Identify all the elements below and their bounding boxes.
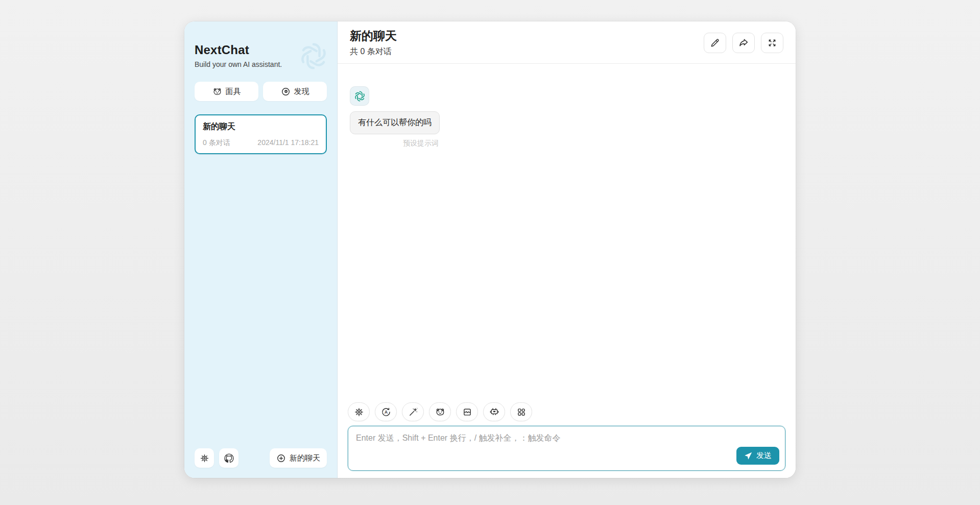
chat-list-item[interactable]: 新的聊天 0 条对话 2024/11/1 17:18:21 <box>195 114 327 154</box>
send-icon <box>744 451 753 460</box>
send-button-label: 发送 <box>756 451 772 461</box>
assistant-avatar <box>350 86 369 106</box>
app-subtitle: Build your own AI assistant. <box>195 60 327 68</box>
grid-icon <box>516 407 527 417</box>
pencil-icon <box>710 38 720 48</box>
github-button[interactable] <box>219 448 238 468</box>
mask-icon <box>212 87 222 97</box>
chat-input-box: 发送 <box>348 426 785 471</box>
composer: 发送 <box>338 399 796 478</box>
discover-button[interactable]: 发现 <box>263 82 327 101</box>
prompt-shortcut-button[interactable] <box>402 402 424 421</box>
chat-settings-button[interactable] <box>348 402 370 421</box>
chat-body: 有什么可以帮你的吗 预设提示词 <box>338 64 796 399</box>
discover-icon <box>281 87 291 97</box>
chat-subtitle: 共 0 条对话 <box>350 46 397 57</box>
sidebar-header: NextChat Build your own AI assistant. <box>195 43 327 68</box>
share-icon <box>738 38 749 48</box>
theme-toggle-button[interactable] <box>375 402 397 421</box>
chat-header-info: 新的聊天 共 0 条对话 <box>350 28 397 57</box>
mask-icon <box>435 407 445 417</box>
new-chat-button-label: 新的聊天 <box>290 453 320 463</box>
maximize-icon <box>767 38 777 48</box>
masks-toolbar-button[interactable] <box>429 402 451 421</box>
chat-item-count: 0 条对话 <box>203 138 230 148</box>
new-chat-button[interactable]: 新的聊天 <box>270 448 327 468</box>
assistant-message-group: 有什么可以帮你的吗 预设提示词 <box>350 86 783 148</box>
desktop-background: NextChat Build your own AI assistant. 面具… <box>0 0 980 505</box>
nextchat-window: NextChat Build your own AI assistant. 面具… <box>184 21 796 478</box>
github-icon <box>224 453 234 463</box>
chat-item-title: 新的聊天 <box>203 122 319 132</box>
chat-input[interactable] <box>348 426 785 470</box>
openai-logo-icon <box>353 90 366 103</box>
chat-list: 新的聊天 0 条对话 2024/11/1 17:18:21 <box>195 114 327 441</box>
sidebar: NextChat Build your own AI assistant. 面具… <box>184 21 338 478</box>
composer-toolbar <box>348 402 785 421</box>
chat-title[interactable]: 新的聊天 <box>350 28 397 44</box>
robot-icon <box>489 407 499 417</box>
send-button[interactable]: 发送 <box>736 447 779 465</box>
auto-theme-icon <box>381 407 391 417</box>
model-select-button[interactable] <box>483 402 505 421</box>
chat-header: 新的聊天 共 0 条对话 <box>338 21 796 64</box>
plugins-button[interactable] <box>510 402 532 421</box>
settings-button[interactable] <box>195 448 214 468</box>
chat-header-actions <box>704 33 783 53</box>
chat-panel: 新的聊天 共 0 条对话 <box>338 21 796 478</box>
plus-circle-icon <box>276 453 286 463</box>
discover-button-label: 发现 <box>294 87 309 97</box>
assistant-message-text: 有什么可以帮你的吗 <box>350 111 440 134</box>
clear-context-icon <box>462 407 472 417</box>
clear-context-button[interactable] <box>456 402 478 421</box>
app-title: NextChat <box>195 43 327 57</box>
sidebar-actions: 面具 发现 <box>195 82 327 101</box>
gear-icon <box>200 453 209 463</box>
chat-item-time: 2024/11/1 17:18:21 <box>257 138 319 148</box>
rename-button[interactable] <box>704 33 726 53</box>
chat-item-meta: 0 条对话 2024/11/1 17:18:21 <box>203 138 319 148</box>
gear-icon <box>354 407 364 417</box>
magic-wand-icon <box>408 407 418 417</box>
export-button[interactable] <box>732 33 755 53</box>
masks-button[interactable]: 面具 <box>195 82 258 101</box>
preset-prompt-hint: 预设提示词 <box>350 139 440 148</box>
sidebar-footer: 新的聊天 <box>195 441 327 468</box>
message-bubble-wrap: 有什么可以帮你的吗 预设提示词 <box>350 111 440 148</box>
masks-button-label: 面具 <box>226 87 241 97</box>
fullscreen-button[interactable] <box>761 33 783 53</box>
